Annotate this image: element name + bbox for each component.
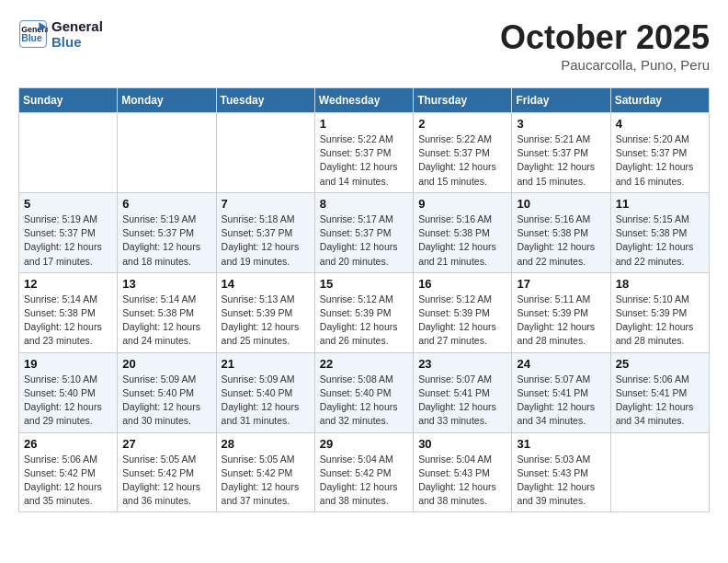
day-info: Sunrise: 5:04 AM Sunset: 5:42 PM Dayligh… — [320, 453, 408, 509]
day-info: Sunrise: 5:19 AM Sunset: 5:37 PM Dayligh… — [122, 213, 210, 269]
day-number: 3 — [517, 117, 605, 131]
svg-text:Blue: Blue — [21, 33, 42, 43]
calendar-cell: 24Sunrise: 5:07 AM Sunset: 5:41 PM Dayli… — [512, 352, 610, 432]
calendar-cell: 31Sunrise: 5:03 AM Sunset: 5:43 PM Dayli… — [512, 432, 610, 512]
calendar-cell — [19, 113, 118, 193]
day-number: 31 — [517, 437, 605, 451]
day-number: 29 — [320, 437, 408, 451]
calendar-cell: 8Sunrise: 5:17 AM Sunset: 5:37 PM Daylig… — [314, 192, 413, 272]
calendar-cell: 12Sunrise: 5:14 AM Sunset: 5:38 PM Dayli… — [19, 272, 118, 352]
day-number: 5 — [24, 197, 112, 211]
page-header: General Blue General Blue October 2025 P… — [18, 18, 710, 73]
day-number: 18 — [616, 277, 704, 291]
calendar-cell: 17Sunrise: 5:11 AM Sunset: 5:39 PM Dayli… — [512, 272, 610, 352]
day-info: Sunrise: 5:21 AM Sunset: 5:37 PM Dayligh… — [517, 132, 605, 189]
calendar-week-row: 5Sunrise: 5:19 AM Sunset: 5:37 PM Daylig… — [19, 192, 710, 272]
day-number: 10 — [517, 197, 605, 211]
day-number: 28 — [222, 437, 310, 451]
calendar-cell: 18Sunrise: 5:10 AM Sunset: 5:39 PM Dayli… — [610, 272, 709, 352]
calendar-cell: 23Sunrise: 5:07 AM Sunset: 5:41 PM Dayli… — [414, 352, 512, 432]
day-info: Sunrise: 5:03 AM Sunset: 5:43 PM Dayligh… — [517, 453, 605, 509]
calendar-week-row: 1Sunrise: 5:22 AM Sunset: 5:37 PM Daylig… — [19, 113, 710, 193]
calendar-cell — [216, 113, 314, 193]
day-number: 4 — [616, 117, 704, 131]
day-number: 27 — [122, 437, 210, 451]
day-number: 21 — [222, 357, 310, 371]
day-number: 8 — [320, 197, 408, 211]
calendar-cell: 7Sunrise: 5:18 AM Sunset: 5:37 PM Daylig… — [216, 192, 314, 272]
calendar-week-row: 19Sunrise: 5:10 AM Sunset: 5:40 PM Dayli… — [19, 352, 710, 432]
calendar-cell: 1Sunrise: 5:22 AM Sunset: 5:37 PM Daylig… — [314, 113, 413, 193]
calendar-cell: 2Sunrise: 5:22 AM Sunset: 5:37 PM Daylig… — [414, 113, 512, 193]
calendar-cell: 20Sunrise: 5:09 AM Sunset: 5:40 PM Dayli… — [118, 352, 216, 432]
calendar-cell: 28Sunrise: 5:05 AM Sunset: 5:42 PM Dayli… — [216, 432, 314, 512]
calendar-table: SundayMondayTuesdayWednesdayThursdayFrid… — [18, 87, 710, 512]
logo-icon: General Blue — [18, 19, 48, 49]
day-number: 6 — [122, 197, 210, 211]
location-subtitle: Paucarcolla, Puno, Peru — [500, 57, 710, 73]
day-info: Sunrise: 5:13 AM Sunset: 5:39 PM Dayligh… — [222, 293, 310, 349]
day-number: 9 — [418, 197, 506, 211]
day-number: 26 — [24, 437, 112, 451]
calendar-cell: 19Sunrise: 5:10 AM Sunset: 5:40 PM Dayli… — [19, 352, 118, 432]
day-number: 17 — [517, 277, 605, 291]
day-number: 7 — [222, 197, 310, 211]
day-info: Sunrise: 5:04 AM Sunset: 5:43 PM Dayligh… — [418, 453, 506, 509]
calendar-cell: 5Sunrise: 5:19 AM Sunset: 5:37 PM Daylig… — [19, 192, 118, 272]
day-info: Sunrise: 5:07 AM Sunset: 5:41 PM Dayligh… — [517, 373, 605, 429]
day-info: Sunrise: 5:15 AM Sunset: 5:38 PM Dayligh… — [616, 213, 704, 269]
day-header-thursday: Thursday — [414, 88, 512, 113]
day-info: Sunrise: 5:22 AM Sunset: 5:37 PM Dayligh… — [320, 132, 408, 189]
day-number: 13 — [122, 277, 210, 291]
day-info: Sunrise: 5:12 AM Sunset: 5:39 PM Dayligh… — [418, 293, 506, 349]
day-number: 11 — [616, 197, 704, 211]
day-info: Sunrise: 5:12 AM Sunset: 5:39 PM Dayligh… — [320, 293, 408, 349]
day-info: Sunrise: 5:10 AM Sunset: 5:40 PM Dayligh… — [24, 373, 112, 429]
day-info: Sunrise: 5:11 AM Sunset: 5:39 PM Dayligh… — [517, 293, 605, 349]
day-number: 15 — [320, 277, 408, 291]
day-info: Sunrise: 5:14 AM Sunset: 5:38 PM Dayligh… — [24, 293, 112, 349]
calendar-week-row: 12Sunrise: 5:14 AM Sunset: 5:38 PM Dayli… — [19, 272, 710, 352]
day-number: 16 — [418, 277, 506, 291]
month-title: October 2025 — [500, 18, 710, 57]
day-info: Sunrise: 5:08 AM Sunset: 5:40 PM Dayligh… — [320, 373, 408, 429]
day-number: 22 — [320, 357, 408, 371]
calendar-cell: 21Sunrise: 5:09 AM Sunset: 5:40 PM Dayli… — [216, 352, 314, 432]
day-info: Sunrise: 5:19 AM Sunset: 5:37 PM Dayligh… — [24, 213, 112, 269]
day-info: Sunrise: 5:18 AM Sunset: 5:37 PM Dayligh… — [222, 213, 310, 269]
day-info: Sunrise: 5:05 AM Sunset: 5:42 PM Dayligh… — [122, 453, 210, 509]
calendar-cell: 16Sunrise: 5:12 AM Sunset: 5:39 PM Dayli… — [414, 272, 512, 352]
day-info: Sunrise: 5:06 AM Sunset: 5:42 PM Dayligh… — [24, 453, 112, 509]
day-header-monday: Monday — [118, 88, 216, 113]
calendar-cell: 30Sunrise: 5:04 AM Sunset: 5:43 PM Dayli… — [414, 432, 512, 512]
calendar-cell — [610, 432, 709, 512]
day-number: 20 — [122, 357, 210, 371]
day-info: Sunrise: 5:05 AM Sunset: 5:42 PM Dayligh… — [222, 453, 310, 509]
day-info: Sunrise: 5:14 AM Sunset: 5:38 PM Dayligh… — [122, 293, 210, 349]
day-header-saturday: Saturday — [610, 88, 709, 113]
day-number: 23 — [418, 357, 506, 371]
calendar-cell: 6Sunrise: 5:19 AM Sunset: 5:37 PM Daylig… — [118, 192, 216, 272]
calendar-cell: 14Sunrise: 5:13 AM Sunset: 5:39 PM Dayli… — [216, 272, 314, 352]
day-number: 14 — [222, 277, 310, 291]
calendar-cell — [118, 113, 216, 193]
day-number: 12 — [24, 277, 112, 291]
day-info: Sunrise: 5:16 AM Sunset: 5:38 PM Dayligh… — [517, 213, 605, 269]
calendar-cell: 11Sunrise: 5:15 AM Sunset: 5:38 PM Dayli… — [610, 192, 709, 272]
calendar-cell: 13Sunrise: 5:14 AM Sunset: 5:38 PM Dayli… — [118, 272, 216, 352]
calendar-header-row: SundayMondayTuesdayWednesdayThursdayFrid… — [19, 88, 710, 113]
calendar-cell: 25Sunrise: 5:06 AM Sunset: 5:41 PM Dayli… — [610, 352, 709, 432]
calendar-cell: 4Sunrise: 5:20 AM Sunset: 5:37 PM Daylig… — [610, 113, 709, 193]
day-number: 25 — [616, 357, 704, 371]
calendar-cell: 10Sunrise: 5:16 AM Sunset: 5:38 PM Dayli… — [512, 192, 610, 272]
calendar-cell: 27Sunrise: 5:05 AM Sunset: 5:42 PM Dayli… — [118, 432, 216, 512]
calendar-cell: 22Sunrise: 5:08 AM Sunset: 5:40 PM Dayli… — [314, 352, 413, 432]
day-number: 24 — [517, 357, 605, 371]
day-number: 30 — [418, 437, 506, 451]
logo-text-blue: Blue — [51, 34, 103, 50]
day-info: Sunrise: 5:22 AM Sunset: 5:37 PM Dayligh… — [418, 132, 506, 189]
calendar-cell: 15Sunrise: 5:12 AM Sunset: 5:39 PM Dayli… — [314, 272, 413, 352]
day-header-sunday: Sunday — [19, 88, 118, 113]
title-block: October 2025 Paucarcolla, Puno, Peru — [500, 18, 710, 73]
day-number: 19 — [24, 357, 112, 371]
